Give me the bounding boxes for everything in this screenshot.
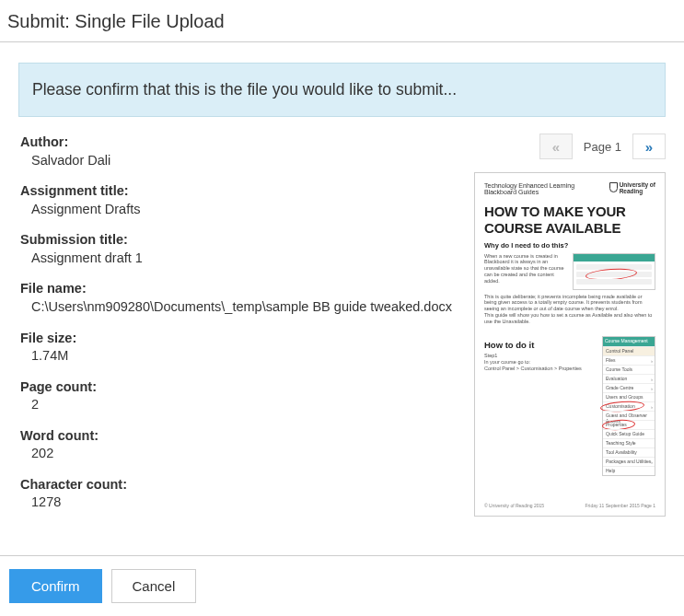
thumb-title-line1: HOW TO MAKE YOUR [484, 204, 655, 219]
file-size-value: 1.74M [20, 347, 458, 366]
field-assignment-title: Assignment title: Assignment Drafts [20, 182, 458, 218]
field-submission-title: Submission title: Assignment draft 1 [20, 231, 458, 267]
thumb-brand: Technology Enhanced Learning Blackboard … [484, 182, 574, 195]
mini-list-quick-setup: Quick Setup Guide [603, 429, 655, 438]
chevron-right-icon: › [651, 404, 653, 410]
mini-list-course-tools: Course Tools [603, 365, 655, 374]
mini-list-teaching: Teaching Style [603, 438, 655, 447]
uni-line2: Reading [620, 189, 655, 195]
word-count-label: Word count: [20, 427, 458, 446]
pager-next-button[interactable]: » [632, 134, 666, 159]
chevron-right-icon: › [651, 459, 653, 465]
mini-screenshot-1 [573, 253, 655, 290]
page-title: Submit: Single File Upload [7, 11, 677, 32]
field-file-name: File name: C:\Users\nm909280\Documents\_… [20, 280, 458, 316]
mini-list-properties: Properties [603, 420, 655, 429]
field-author: Author: Salvador Dali [20, 134, 458, 169]
thumb-brand-line2: Blackboard Guides [484, 189, 574, 195]
confirm-alert: Please confirm that this is the file you… [18, 63, 666, 117]
chevron-right-icon: › [651, 386, 653, 391]
file-name-value: C:\Users\nm909280\Documents\_temp\sample… [20, 298, 458, 317]
assignment-title-value: Assignment Drafts [20, 201, 458, 219]
preview-column: « Page 1 » Technology Enhanced Learning … [474, 134, 666, 525]
field-page-count: Page count: 2 [20, 378, 458, 414]
preview-pager: « Page 1 » [474, 134, 666, 159]
mini-list-evaluation: Evaluation› [603, 374, 655, 383]
character-count-value: 1278 [20, 494, 458, 512]
mini-list-packages: Packages and Utilities› [603, 457, 655, 466]
pager-prev-button: « [539, 134, 573, 159]
mini-list-guest: Guest and Observer Access [603, 411, 655, 420]
thumb-para-3: This guide will show you how to set a co… [484, 312, 655, 325]
thumb-question-2: How to do it [484, 340, 597, 350]
file-size-label: File size: [20, 330, 458, 348]
field-word-count: Word count: 202 [20, 427, 458, 463]
mini-head-1 [574, 254, 655, 262]
footer-bar: Confirm Cancel [0, 555, 684, 616]
document-thumbnail: Technology Enhanced Learning Blackboard … [474, 172, 666, 517]
page-header: Submit: Single File Upload [0, 0, 684, 42]
cancel-button[interactable]: Cancel [111, 569, 197, 603]
mini-list-customisation: Customisation› [603, 401, 655, 411]
field-file-size: File size: 1.74M [20, 330, 458, 366]
thumb-title: HOW TO MAKE YOUR COURSE AVAILABLE [484, 204, 655, 236]
mini-screenshot-2: Course Management Control Panel Files› C… [602, 336, 655, 476]
content-area: Author: Salvador Dali Assignment title: … [0, 134, 684, 525]
mini-list-control-panel: Control Panel [603, 346, 655, 355]
thumb-footer: © University of Reading 2015 Friday 11 S… [484, 503, 655, 508]
thumb-step-2: In your course go to: [484, 359, 597, 366]
thumb-question-1: Why do I need to do this? [484, 241, 655, 250]
mini-list-grade-centre: Grade Centre› [603, 383, 655, 392]
file-name-label: File name: [20, 280, 458, 298]
thumb-title-line2: COURSE AVAILABLE [484, 221, 655, 236]
author-value: Salvador Dali [20, 152, 458, 170]
thumb-header: Technology Enhanced Learning Blackboard … [484, 182, 655, 195]
author-label: Author: [20, 134, 458, 152]
thumb-footer-left: © University of Reading 2015 [484, 503, 544, 508]
mini-list-files: Files› [603, 355, 655, 365]
thumb-row-2: How to do it Step1 In your course go to:… [484, 329, 655, 476]
thumb-footer-right: Friday 11 September 2015 Page 1 [585, 503, 655, 508]
field-character-count: Character count: 1278 [20, 476, 458, 512]
thumb-mini-list: Course Management Control Panel Files› C… [602, 336, 655, 476]
page-count-value: 2 [20, 396, 458, 414]
thumb-step-1: Step1 [484, 353, 597, 359]
confirm-button[interactable]: Confirm [9, 569, 102, 603]
submission-title-value: Assignment draft 1 [20, 250, 458, 268]
thumb-step-3: Control Panel > Customisation > Properti… [484, 366, 597, 372]
word-count-value: 202 [20, 445, 458, 463]
mini-list-users: Users and Groups [603, 392, 655, 401]
thumb-row-1: When a new course is created in Blackboa… [484, 253, 655, 290]
mini-list-tool: Tool Availability [603, 447, 655, 457]
university-logo: University of Reading [609, 182, 655, 194]
file-details: Author: Salvador Dali Assignment title: … [20, 134, 458, 525]
mini-list-head: Course Management [603, 337, 655, 346]
assignment-title-label: Assignment title: [20, 182, 458, 201]
thumb-brand-line1: Technology Enhanced Learning [484, 182, 574, 189]
submission-title-label: Submission title: [20, 231, 458, 250]
thumb-para-2: This is quite deliberate; it prevents in… [484, 294, 655, 313]
pager-page-label: Page 1 [584, 140, 621, 154]
chevron-right-icon: › [651, 358, 653, 364]
shield-icon [609, 182, 618, 192]
character-count-label: Character count: [20, 476, 458, 494]
thumb-mini-1 [573, 253, 655, 290]
chevron-right-icon: › [651, 377, 653, 382]
thumb-para-1: When a new course is created in Blackboa… [484, 253, 567, 290]
page-count-label: Page count: [20, 378, 458, 397]
mini-list-help: Help [603, 466, 655, 475]
thumb-howto: How to do it Step1 In your course go to:… [484, 329, 597, 372]
